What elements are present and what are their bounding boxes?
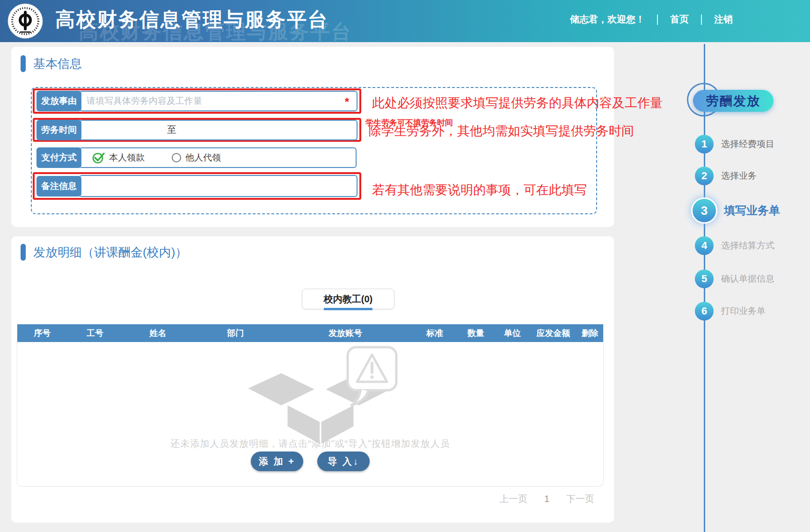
- reason-input[interactable]: [87, 96, 334, 106]
- nav-divider: [657, 15, 658, 25]
- step-6-circle: 6: [695, 302, 714, 321]
- checked-radio-icon: [92, 152, 105, 164]
- step-4-label: 选择结算方式: [721, 240, 774, 252]
- table-action-buttons: 添 加 + 导 入↓: [251, 452, 370, 471]
- reason-input-wrap: *: [79, 91, 358, 111]
- col-department: 部门: [193, 328, 278, 339]
- payment-options-wrap: 本人领款 他人代领: [79, 147, 357, 168]
- payout-table-header: 序号 工号 姓名 部门 发放账号 标准 数量 单位 应发金额 删除: [17, 324, 603, 342]
- step-5-circle: 5: [695, 270, 714, 288]
- pagination: 上一页 1 下一页: [499, 493, 594, 505]
- nav-divider: [701, 15, 702, 25]
- annotation-period-note: 除学生劳务外，其他均需如实填写提供劳务时间: [369, 123, 634, 139]
- annotation-reason-note: 此处必须按照要求填写提供劳务的具体内容及工作量: [372, 95, 663, 111]
- step-6-label: 打印业务单: [721, 305, 766, 317]
- step-2-select-business[interactable]: 2 选择业务: [695, 167, 757, 185]
- nav-home-link[interactable]: 首页: [670, 13, 689, 26]
- university-logo: [7, 3, 43, 39]
- field-row-reason: 发放事由 *: [36, 91, 358, 111]
- step-1-label: 选择经费项目: [721, 138, 774, 150]
- col-standard: 标准: [413, 328, 457, 339]
- app-title: 高校财务信息管理与服务平台: [55, 7, 329, 33]
- step-5-confirm-info[interactable]: 5 确认单据信息: [695, 270, 774, 288]
- col-account: 发放账号: [278, 328, 413, 339]
- prev-page-button[interactable]: 上一页: [499, 493, 527, 505]
- app-header: 高校财务信息管理与服务平台 高校财务信息管理与服务平台 储志君，欢迎您！ 首页 …: [0, 0, 810, 42]
- welcome-text: 储志君，欢迎您！: [570, 13, 645, 26]
- next-page-button[interactable]: 下一页: [566, 493, 594, 505]
- nav-logout-link[interactable]: 注销: [714, 13, 733, 26]
- payout-detail-card: 发放明细（讲课酬金(校内)） 校内教工(0) 序号 工号 姓名 部门 发放账号 …: [11, 236, 614, 523]
- col-amount: 应发金额: [530, 328, 576, 339]
- annotation-box-reason: 发放事由 *: [33, 88, 361, 114]
- radio-proxy-label: 他人代领: [185, 152, 221, 164]
- required-asterisk: *: [345, 95, 349, 109]
- step-1-circle: 1: [695, 135, 714, 153]
- empty-state-text: 还未添加人员发放明细，请点击“添加”或“导入”按钮增加发放人员: [17, 437, 603, 450]
- col-index: 序号: [17, 328, 67, 339]
- section-marker-bar: [21, 244, 26, 261]
- payout-table: 序号 工号 姓名 部门 发放账号 标准 数量 单位 应发金额 删除: [17, 324, 604, 487]
- step-3-label: 填写业务单: [724, 203, 780, 218]
- payout-detail-title: 发放明细（讲课酬金(校内)）: [33, 244, 187, 261]
- step-4-settlement-method[interactable]: 4 选择结算方式: [695, 236, 774, 255]
- period-field-label: 劳务时间: [36, 120, 81, 140]
- payment-radio-group: 本人领款 他人代领: [87, 152, 221, 164]
- col-delete: 删除: [577, 328, 603, 339]
- step-4-circle: 4: [695, 236, 714, 255]
- basic-info-section-head: 基本信息: [21, 55, 82, 72]
- step-1-select-funding[interactable]: 1 选择经费项目: [695, 135, 774, 153]
- remark-input[interactable]: [87, 181, 334, 191]
- radio-self-label: 本人领款: [109, 152, 145, 164]
- field-row-payment: 支付方式 本人领款 他人代领: [36, 147, 357, 168]
- basic-info-title: 基本信息: [33, 56, 82, 72]
- step-2-circle: 2: [695, 167, 714, 185]
- radio-proxy-collect[interactable]: 他人代领: [172, 152, 221, 164]
- field-row-remark: 备注信息: [36, 175, 358, 197]
- import-button[interactable]: 导 入↓: [317, 452, 370, 471]
- step-2-label: 选择业务: [721, 170, 757, 182]
- current-page-number[interactable]: 1: [544, 494, 549, 504]
- col-unit: 单位: [495, 328, 530, 339]
- col-quantity: 数量: [457, 328, 495, 339]
- active-tab-indicator: [324, 308, 372, 310]
- payment-field-label: 支付方式: [36, 147, 81, 168]
- payout-section-head: 发放明细（讲课酬金(校内)）: [21, 244, 187, 261]
- period-input-wrap[interactable]: 至: [79, 120, 358, 140]
- col-staff-id: 工号: [67, 328, 123, 339]
- header-nav: 储志君，欢迎您！ 首页 注销: [570, 13, 733, 26]
- step-3-circle: 3: [691, 197, 717, 224]
- remark-input-wrap: [79, 175, 358, 197]
- col-name: 姓名: [123, 328, 193, 339]
- step-5-label: 确认单据信息: [721, 273, 774, 285]
- app-window: 高校财务信息管理与服务平台 高校财务信息管理与服务平台 储志君，欢迎您！ 首页 …: [0, 0, 810, 532]
- workflow-title-badge: 劳酬发放: [693, 90, 774, 112]
- radio-self-collect[interactable]: 本人领款: [92, 152, 145, 164]
- unchecked-radio-icon: [172, 153, 181, 162]
- add-button[interactable]: 添 加 +: [251, 452, 303, 471]
- annotation-remark-note: 若有其他需要说明的事项，可在此填写: [372, 182, 587, 198]
- section-marker-bar: [21, 55, 26, 72]
- step-3-fill-form-active[interactable]: 3 填写业务单: [691, 197, 780, 224]
- remark-field-label: 备注信息: [36, 176, 81, 197]
- empty-box-icon: [241, 345, 400, 446]
- tab-campus-staff[interactable]: 校内教工(0): [302, 289, 394, 309]
- step-6-print-form[interactable]: 6 打印业务单: [695, 302, 766, 321]
- annotation-box-period: 劳务时间 至: [33, 118, 361, 142]
- annotation-box-remark: 备注信息: [33, 172, 361, 200]
- period-to-text: 至: [167, 124, 176, 136]
- tab-campus-staff-label: 校内教工(0): [324, 293, 372, 306]
- field-row-period: 劳务时间 至: [36, 120, 358, 140]
- reason-field-label: 发放事由: [36, 91, 81, 111]
